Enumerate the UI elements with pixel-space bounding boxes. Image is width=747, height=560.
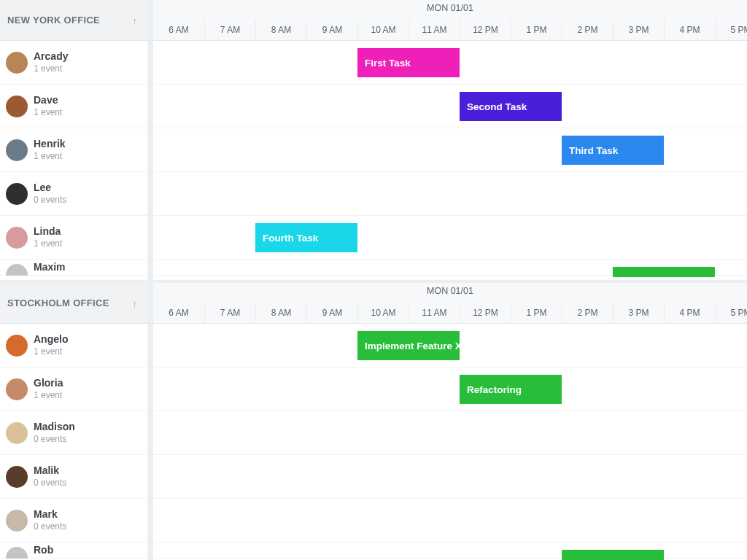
resource-column: Arcady1 eventDave1 eventHenrik1 eventLee…: [0, 41, 153, 280]
person-name: Gloria: [34, 377, 63, 390]
schedule-area[interactable]: First TaskSecond TaskThird TaskFourth Ta…: [153, 41, 747, 280]
person-info: Maxim: [34, 261, 66, 274]
event[interactable]: Implement Feature X: [357, 331, 460, 360]
avatar: [6, 264, 28, 276]
person-info: Gloria1 event: [34, 377, 63, 401]
group-title: STOCKHOLM OFFICE: [7, 298, 109, 308]
person-name: Rob: [34, 544, 53, 557]
hour-tick: 9 AM: [306, 20, 357, 40]
hour-tick: 3 PM: [613, 303, 664, 323]
resource-row[interactable]: Arcady1 event: [0, 41, 147, 85]
hour-tick: 10 AM: [357, 303, 409, 323]
schedule-row[interactable]: [153, 216, 747, 260]
person-event-count: 1 event: [34, 107, 62, 118]
person-info: Lee0 events: [34, 182, 66, 206]
panel-stockholm: STOCKHOLM OFFICE ↑ MON 01/01 6 AM7 AM8 A…: [0, 280, 747, 560]
person-info: Malik0 events: [34, 464, 66, 489]
avatar: [6, 547, 28, 559]
date-label: MON 01/01: [153, 3, 747, 13]
person-name: Mark: [34, 508, 66, 521]
resource-row[interactable]: Angelo1 event: [0, 324, 147, 368]
person-info: Mark0 events: [34, 508, 66, 532]
person-name: Henrik: [34, 138, 66, 151]
panel-header: STOCKHOLM OFFICE ↑ MON 01/01 6 AM7 AM8 A…: [0, 283, 747, 324]
group-header-stockholm[interactable]: STOCKHOLM OFFICE ↑: [0, 283, 153, 324]
person-event-count: 0 events: [34, 478, 66, 489]
event[interactable]: Refactoring: [460, 375, 562, 404]
resource-row[interactable]: Malik0 events: [0, 455, 147, 499]
hour-tick: 12 PM: [460, 20, 511, 40]
hour-tick: 2 PM: [562, 20, 613, 40]
resource-row[interactable]: Madison0 events: [0, 411, 147, 455]
group-title: NEW YORK OFFICE: [7, 15, 100, 26]
person-name: Madison: [34, 421, 75, 434]
person-event-count: 1 event: [34, 63, 68, 74]
avatar: [6, 335, 28, 357]
time-axis: MON 01/01 6 AM7 AM8 AM9 AM10 AM11 AM12 P…: [153, 0, 747, 41]
resource-row[interactable]: Henrik1 event: [0, 128, 147, 172]
person-event-count: 1 event: [34, 346, 68, 357]
person-event-count: 0 events: [34, 434, 75, 445]
resource-row[interactable]: Maxim: [0, 260, 147, 276]
group-header-new-york[interactable]: NEW YORK OFFICE ↑: [0, 0, 153, 41]
hour-tick: 6 AM: [153, 20, 204, 40]
sort-asc-icon[interactable]: ↑: [132, 298, 137, 308]
panel-header: NEW YORK OFFICE ↑ MON 01/01 6 AM7 AM8 AM…: [0, 0, 747, 41]
avatar: [6, 139, 28, 161]
hour-tick: 8 AM: [255, 20, 306, 40]
hour-tick: 8 AM: [255, 303, 306, 323]
panel-body: Angelo1 eventGloria1 eventMadison0 event…: [0, 324, 747, 560]
schedule-row[interactable]: [153, 455, 747, 499]
event[interactable]: Fourth Task: [255, 223, 357, 252]
avatar: [6, 378, 28, 400]
avatar: [6, 52, 28, 74]
person-name: Arcady: [34, 50, 68, 63]
person-info: Arcady1 event: [34, 50, 68, 74]
schedule-row[interactable]: [153, 499, 747, 542]
hour-tick: 7 AM: [204, 20, 255, 40]
hour-tick: 9 AM: [306, 303, 357, 323]
hour-tick: 10 AM: [357, 20, 409, 40]
person-info: Linda1 event: [34, 225, 62, 249]
person-info: Rob: [34, 544, 53, 557]
person-event-count: 0 events: [34, 195, 66, 206]
resource-row[interactable]: Lee0 events: [0, 172, 147, 216]
person-name: Maxim: [34, 261, 66, 274]
sort-asc-icon[interactable]: ↑: [132, 15, 137, 26]
hour-tick: 7 AM: [204, 303, 255, 323]
schedule-row[interactable]: [153, 85, 747, 128]
resource-row[interactable]: Linda1 event: [0, 216, 147, 260]
avatar: [6, 96, 28, 117]
hour-tick: 11 AM: [409, 303, 460, 323]
person-event-count: 1 event: [34, 390, 63, 401]
event[interactable]: [562, 550, 664, 560]
hour-tick: 12 PM: [460, 303, 511, 323]
person-event-count: 1 event: [34, 151, 66, 162]
resource-row[interactable]: Gloria1 event: [0, 368, 147, 411]
hour-tick: 5 PM: [715, 20, 747, 40]
event[interactable]: Second Task: [460, 92, 562, 121]
person-info: Henrik1 event: [34, 138, 66, 162]
event[interactable]: First Task: [357, 48, 460, 77]
person-name: Angelo: [34, 333, 68, 346]
schedule-row[interactable]: [153, 368, 747, 411]
resource-row[interactable]: Rob: [0, 542, 147, 559]
scheduler-viewport: NEW YORK OFFICE ↑ MON 01/01 6 AM7 AM8 AM…: [0, 0, 747, 560]
hour-tick: 1 PM: [511, 20, 562, 40]
hour-tick: 3 PM: [613, 20, 664, 40]
schedule-row[interactable]: [153, 411, 747, 455]
person-name: Linda: [34, 225, 62, 238]
avatar: [6, 510, 28, 532]
date-label: MON 01/01: [153, 286, 747, 296]
resource-row[interactable]: Mark0 events: [0, 499, 147, 542]
person-info: Angelo1 event: [34, 333, 68, 357]
schedule-area[interactable]: Implement Feature XRefactoring: [153, 324, 747, 560]
avatar: [6, 227, 28, 249]
person-name: Malik: [34, 464, 66, 478]
hour-tick: 6 AM: [153, 303, 204, 323]
event[interactable]: Third Task: [562, 136, 664, 165]
event[interactable]: [613, 267, 715, 277]
resource-row[interactable]: Dave1 event: [0, 85, 147, 128]
schedule-row[interactable]: [153, 172, 747, 216]
hour-tick: 4 PM: [664, 303, 715, 323]
